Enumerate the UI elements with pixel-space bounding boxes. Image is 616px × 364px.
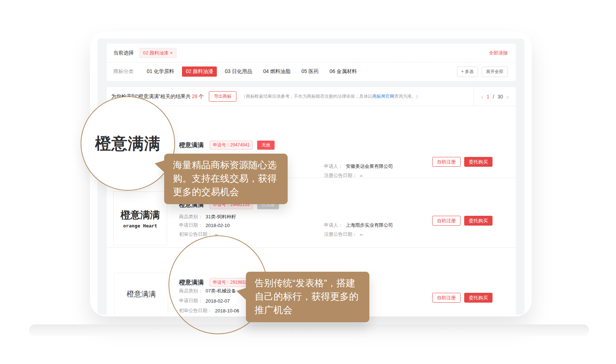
trademark-image-text: 橙意满满 bbox=[127, 289, 156, 299]
tooltip-line: 购。支持在线交易，获得 bbox=[173, 172, 279, 185]
trademark-image: 橙意满满 bbox=[114, 273, 168, 315]
self-register-button[interactable]: 自助注册 bbox=[432, 216, 461, 226]
row1-actions: 自助注册 委托购买 bbox=[432, 157, 493, 167]
expand-all-button[interactable]: 展开全部 bbox=[482, 66, 508, 77]
trademark-image-text: 橙意满满 bbox=[121, 209, 160, 222]
trademark-image-subtext: orange Heart bbox=[123, 223, 157, 228]
next-page-icon[interactable]: › bbox=[506, 93, 509, 100]
tooltip-line: 推广机会 bbox=[255, 303, 361, 317]
applicant-field-value: 上海雨步实业有限公司 bbox=[346, 222, 393, 228]
reg-pub-field-value: – bbox=[360, 173, 362, 178]
category-item-03[interactable]: 03 日化用品 bbox=[222, 66, 255, 77]
tooltip-marketplace: 海量精品商标资源随心选 购。支持在线交易，获得 更多的交易机会 bbox=[164, 154, 288, 204]
multi-select-button[interactable]: + 多选 bbox=[457, 66, 478, 77]
reg-pub-field: 注册公告日期： – bbox=[324, 231, 362, 238]
row2-date-line: 申请日期： 2018-02-10 申请人： 上海雨步实业有限公司 bbox=[179, 222, 230, 228]
prev-page-icon[interactable]: ‹ bbox=[481, 93, 483, 100]
page: 当前选择 02 颜料油漆 × 全部清除 商标分类 01 化学原料 02 颜料油漆… bbox=[0, 0, 616, 364]
applicant-field-value: 安徽美达会展有限公司 bbox=[346, 163, 393, 170]
tooltip-promotion: 告别传统“发表格”，搭建 自己的标行，获得更多的 推广机会 bbox=[246, 272, 369, 322]
results-summary-suffix: 个 bbox=[199, 93, 204, 99]
filter-panel: 当前选择 02 颜料油漆 × 全部清除 商标分类 01 化学原料 02 颜料油漆… bbox=[107, 44, 516, 81]
disclaimer-text: （商标检索结果仅供参考，不作为商标能否注册的法律依据；具体以商标局官网查询为准。… bbox=[242, 93, 420, 100]
date-field-value: 2018-02-10 bbox=[206, 223, 230, 228]
current-selection-row: 当前选择 02 颜料油漆 × 全部清除 bbox=[107, 44, 516, 62]
tooltip-arrow-icon bbox=[155, 160, 165, 173]
trademark-office-link[interactable]: 商标局官网 bbox=[372, 94, 394, 99]
tooltip-line: 更多的交易机会 bbox=[173, 185, 279, 199]
self-register-button[interactable]: 自助注册 bbox=[432, 157, 461, 167]
current-page: 1 bbox=[487, 94, 490, 100]
total-pages: 30 bbox=[498, 94, 503, 100]
current-selection-label: 当前选择 bbox=[113, 50, 134, 56]
row1-title-line: 橙意满满 申请号：29474941 无效 bbox=[179, 141, 275, 150]
trademark-name: 橙意满满 bbox=[179, 141, 204, 149]
row3-actions: 自助注册 委托购买 bbox=[432, 293, 493, 303]
category-actions: + 多选 展开全部 bbox=[457, 66, 508, 77]
page-separator: / bbox=[493, 94, 494, 100]
date-field-label: 申请日期： bbox=[179, 222, 203, 228]
category-list: 01 化学原料 02 颜料油漆 03 日化用品 04 燃料油脂 05 医药 06… bbox=[144, 66, 360, 77]
entrust-buy-button[interactable]: 委托购买 bbox=[464, 216, 493, 226]
category-item-02-active[interactable]: 02 颜料油漆 bbox=[182, 66, 216, 77]
status-badge: 无效 bbox=[257, 141, 275, 150]
category-row: 商标分类 01 化学原料 02 颜料油漆 03 日化用品 04 燃料油脂 05 … bbox=[107, 62, 516, 81]
category-item-06[interactable]: 06 金属材料 bbox=[327, 66, 360, 77]
category-field-label: 商品类别： bbox=[179, 214, 203, 220]
disclaimer-post: 查询为准。） bbox=[394, 94, 420, 99]
clear-all-button[interactable]: 全部清除 bbox=[489, 50, 508, 56]
magnified-trademark-text: 橙意满满 bbox=[95, 133, 161, 154]
tooltip-arrow-icon bbox=[236, 288, 247, 300]
laptop-base bbox=[29, 324, 589, 336]
row2-category-line: 商品类别： 31类-饲料种籽 bbox=[179, 214, 236, 220]
applicant-field: 申请人： 上海雨步实业有限公司 bbox=[324, 222, 393, 228]
category-item-01[interactable]: 01 化学原料 bbox=[144, 66, 177, 77]
trademark-image: 橙意满满 orange Heart bbox=[113, 191, 167, 245]
category-item-05[interactable]: 05 医药 bbox=[299, 66, 321, 77]
applicant-field-label: 申请人： bbox=[324, 222, 343, 228]
application-number-tag: 申请号：29474941 bbox=[210, 141, 253, 150]
results-count: 28 bbox=[191, 93, 199, 99]
self-register-button[interactable]: 自助注册 bbox=[432, 293, 461, 303]
category-label: 商标分类 bbox=[113, 68, 134, 75]
results-header: 为您检索到“橙意满满”相关的结果共28个 导出商标 （商标检索结果仅供参考，不作… bbox=[107, 87, 516, 106]
tooltip-line: 自己的标行，获得更多的 bbox=[255, 290, 361, 303]
row2-actions: 自助注册 委托购买 bbox=[432, 216, 493, 226]
magnifier-circle-trademark: 橙意满满 bbox=[81, 96, 175, 191]
applicant-field: 申请人： 安徽美达会展有限公司 bbox=[324, 163, 393, 170]
reg-pub-field-label: 注册公告日期： bbox=[324, 231, 357, 238]
export-trademark-button[interactable]: 导出商标 bbox=[209, 91, 236, 102]
disclaimer-pre: （商标检索结果仅供参考，不作为商标能否注册的法律依据；具体以 bbox=[242, 94, 372, 99]
category-field-value: 31类-饲料种籽 bbox=[206, 214, 236, 220]
selected-filter-tag-label: 02 颜料油漆 bbox=[143, 50, 169, 56]
reg-pub-field-value: – bbox=[360, 232, 362, 237]
entrust-buy-button[interactable]: 委托购买 bbox=[464, 293, 493, 303]
close-icon[interactable]: × bbox=[170, 50, 173, 56]
selected-filter-tag[interactable]: 02 颜料油漆 × bbox=[139, 48, 177, 58]
entrust-buy-button[interactable]: 委托购买 bbox=[464, 157, 493, 167]
pagination: ‹ 1 / 30 › bbox=[474, 87, 516, 106]
tooltip-line: 海量精品商标资源随心选 bbox=[173, 158, 279, 172]
category-item-04[interactable]: 04 燃料油脂 bbox=[260, 66, 293, 77]
applicant-field-label: 申请人： bbox=[324, 163, 343, 170]
tooltip-line: 告别传统“发表格”，搭建 bbox=[255, 276, 361, 290]
